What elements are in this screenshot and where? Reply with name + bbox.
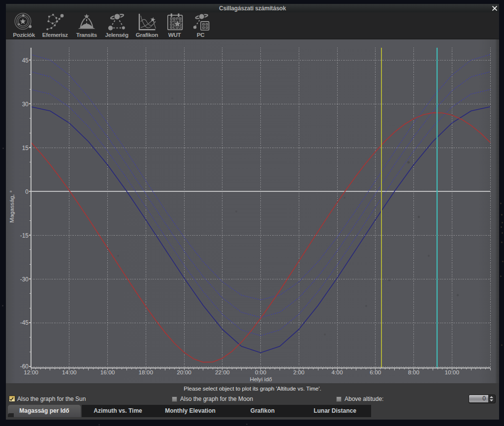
svg-text:20:00: 20:00 [177, 369, 191, 376]
svg-text:-30: -30 [20, 276, 29, 283]
svg-text:2:00: 2:00 [293, 369, 305, 376]
svg-text:22:00: 22:00 [215, 369, 230, 376]
svg-text:10:00: 10:00 [444, 369, 459, 376]
svg-text:Pozíciók: Pozíciók [13, 31, 35, 38]
svg-text:8:00: 8:00 [408, 369, 419, 376]
svg-text:PC: PC [197, 31, 205, 38]
svg-text:Efemerisz: Efemerisz [42, 31, 68, 38]
svg-text:Magasság, °: Magasság, ° [8, 190, 15, 223]
svg-text:4:00: 4:00 [332, 369, 343, 376]
svg-text:Transits: Transits [76, 31, 97, 38]
svg-text:45: 45 [22, 57, 29, 64]
svg-text:14:00: 14:00 [62, 369, 77, 376]
svg-text:Helyi idő: Helyi idő [250, 376, 272, 383]
svg-text:18:00: 18:00 [138, 369, 153, 376]
svg-text:0:00: 0:00 [255, 369, 266, 376]
svg-text:30: 30 [22, 101, 29, 108]
svg-text:WUT: WUT [168, 31, 182, 38]
svg-text:-15: -15 [20, 232, 29, 239]
svg-text:0: 0 [25, 188, 29, 195]
svg-text:12:00: 12:00 [24, 369, 38, 376]
svg-text:15: 15 [22, 145, 29, 152]
svg-text:16:00: 16:00 [100, 369, 115, 376]
svg-text:Grafikon: Grafikon [136, 31, 158, 38]
svg-text:-45: -45 [20, 319, 29, 326]
svg-text:6:00: 6:00 [370, 369, 381, 376]
svg-text:Jelenség: Jelenség [105, 31, 128, 38]
